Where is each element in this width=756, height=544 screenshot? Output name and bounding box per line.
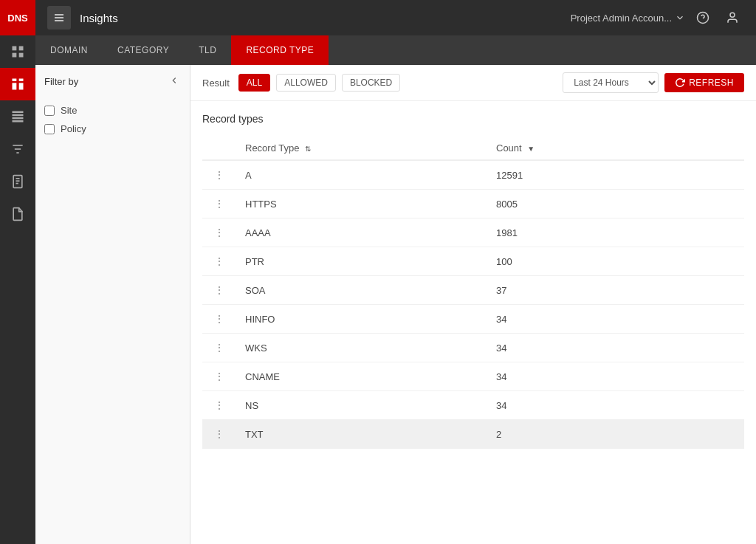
svg-rect-8 [13, 111, 24, 114]
record-types-table: Record Type ⇅ Count ▼ ⋮A12591⋮HTTPS8005⋮… [202, 137, 744, 449]
refresh-button[interactable]: REFRESH [664, 73, 744, 92]
blocked-filter-button[interactable]: BLOCKED [342, 74, 400, 92]
row-count: 34 [487, 334, 744, 362]
svg-rect-6 [13, 83, 17, 89]
table-row: ⋮CNAME34 [202, 362, 744, 391]
account-button[interactable]: Project Admin Accoun... [571, 13, 685, 24]
site-label: Site [61, 105, 77, 116]
col-header-count[interactable]: Count ▼ [487, 137, 744, 160]
row-menu-cell: ⋮ [202, 305, 236, 334]
tab-navigation: DOMAIN CATEGORY TLD RECORD TYPE [35, 35, 756, 65]
row-record-type: HTTPS [236, 190, 487, 218]
row-count: 8005 [487, 190, 744, 218]
svg-rect-9 [13, 114, 24, 117]
svg-rect-11 [13, 120, 24, 123]
col-header-type[interactable]: Record Type ⇅ [236, 137, 487, 160]
row-record-type: AAAA [236, 218, 487, 247]
table-row: ⋮NS34 [202, 391, 744, 420]
sidebar-item-grid[interactable] [0, 35, 35, 68]
sidebar-item-docs[interactable] [0, 198, 35, 230]
site-checkbox[interactable] [44, 106, 55, 116]
filter-item-policy[interactable]: Policy [44, 120, 181, 138]
row-count: 2 [487, 420, 744, 449]
filter-item-site[interactable]: Site [44, 101, 181, 120]
svg-rect-2 [13, 53, 17, 58]
row-menu-cell: ⋮ [202, 247, 236, 276]
row-menu-button[interactable]: ⋮ [211, 168, 227, 182]
top-header: Insights Project Admin Accoun... [35, 0, 756, 35]
row-menu-cell: ⋮ [202, 218, 236, 247]
user-button[interactable] [721, 6, 744, 30]
tab-domain[interactable]: DOMAIN [35, 35, 103, 65]
policy-label: Policy [61, 123, 86, 134]
row-menu-cell: ⋮ [202, 190, 236, 218]
svg-rect-7 [19, 83, 24, 89]
sidebar-item-table[interactable] [0, 100, 35, 133]
content-area: Filter by Site Policy Result AL [35, 65, 756, 544]
row-menu-button[interactable]: ⋮ [211, 399, 227, 412]
row-menu-button[interactable]: ⋮ [211, 427, 227, 441]
table-header-row: Record Type ⇅ Count ▼ [202, 137, 744, 160]
row-record-type: CNAME [236, 362, 487, 391]
filter-sidebar: Filter by Site Policy [35, 65, 190, 544]
row-record-type: SOA [236, 276, 487, 305]
filter-title: Filter by [44, 76, 78, 87]
row-menu-button[interactable]: ⋮ [211, 255, 227, 268]
page-title: Insights [80, 12, 571, 24]
row-record-type: A [236, 160, 487, 190]
col-header-menu [202, 137, 236, 160]
result-label: Result [202, 78, 230, 89]
policy-checkbox[interactable] [44, 124, 55, 134]
row-menu-cell: ⋮ [202, 334, 236, 362]
table-row: ⋮WKS34 [202, 334, 744, 362]
row-menu-cell: ⋮ [202, 420, 236, 449]
svg-rect-0 [13, 47, 17, 51]
sidebar-item-dashboard[interactable] [0, 68, 35, 100]
sidebar-item-reports[interactable] [0, 165, 35, 198]
row-menu-cell: ⋮ [202, 362, 236, 391]
svg-rect-3 [19, 53, 24, 58]
tab-category[interactable]: CATEGORY [103, 35, 184, 65]
user-icon [726, 11, 739, 24]
row-count: 37 [487, 276, 744, 305]
hamburger-button[interactable] [47, 6, 71, 30]
header-right: Project Admin Accoun... [571, 6, 744, 30]
row-menu-button[interactable]: ⋮ [211, 197, 227, 210]
tab-record-type[interactable]: RECORD TYPE [231, 35, 329, 65]
row-count: 100 [487, 247, 744, 276]
main-container: Insights Project Admin Accoun... [35, 0, 756, 544]
section-title: Record types [202, 113, 744, 125]
row-menu-button[interactable]: ⋮ [211, 283, 227, 297]
help-button[interactable] [691, 6, 715, 30]
sidebar-item-filter[interactable] [0, 133, 35, 165]
svg-point-24 [730, 13, 735, 17]
table-body: ⋮A12591⋮HTTPS8005⋮AAAA1981⋮PTR100⋮SOA37⋮… [202, 160, 744, 449]
sort-icon-count: ▼ [527, 145, 535, 153]
svg-rect-10 [13, 117, 24, 120]
results-toolbar: Result ALL ALLOWED BLOCKED Last 24 Hours… [190, 65, 756, 101]
sidebar: DNS [0, 0, 35, 544]
filter-header: Filter by [44, 74, 181, 89]
row-menu-button[interactable]: ⋮ [211, 226, 227, 239]
row-record-type: HINFO [236, 305, 487, 334]
app-logo: DNS [0, 0, 35, 35]
table-row: ⋮AAAA1981 [202, 218, 744, 247]
allowed-filter-button[interactable]: ALLOWED [276, 74, 336, 92]
row-count: 34 [487, 391, 744, 420]
all-filter-button[interactable]: ALL [238, 74, 270, 92]
help-icon [696, 11, 709, 24]
chevron-left-icon [169, 75, 179, 86]
table-row: ⋮PTR100 [202, 247, 744, 276]
row-menu-button[interactable]: ⋮ [211, 370, 227, 383]
time-range-select[interactable]: Last 24 Hours Last 7 Days Last 30 Days [563, 72, 659, 93]
table-row: ⋮TXT2 [202, 420, 744, 449]
tab-tld[interactable]: TLD [184, 35, 231, 65]
filter-collapse-button[interactable] [168, 74, 181, 89]
row-menu-button[interactable]: ⋮ [211, 341, 227, 354]
svg-rect-5 [19, 79, 24, 81]
table-row: ⋮HTTPS8005 [202, 190, 744, 218]
row-count: 12591 [487, 160, 744, 190]
row-menu-cell: ⋮ [202, 160, 236, 190]
svg-rect-4 [13, 79, 17, 81]
row-menu-button[interactable]: ⋮ [211, 312, 227, 326]
